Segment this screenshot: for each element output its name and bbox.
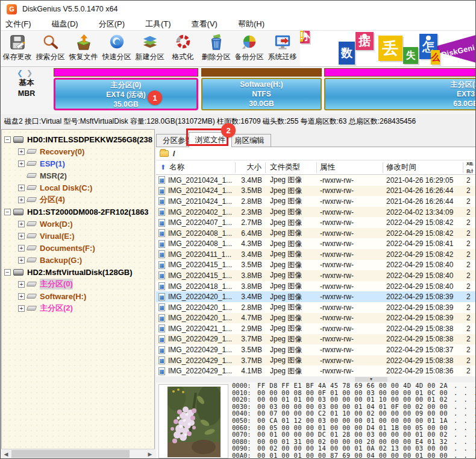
table-row[interactable]: IMG_20210424_1... 3.4MB Jpeg 图像 -rwxrw-r… — [156, 175, 476, 186]
expander-icon[interactable]: + — [18, 257, 25, 264]
table-row[interactable]: IMG_20220407_1... 2.7MB Jpeg 图像 -rwxrw-r… — [156, 217, 476, 228]
table-row[interactable]: IMG_20210424_1... 3.5MB Jpeg 图像 -rwxrw-r… — [156, 186, 476, 197]
column-header-mtime[interactable]: 修改时间 — [383, 162, 463, 173]
table-row[interactable]: IMG_20220408_1... 6.4MB Jpeg 图像 -rwxrw-r… — [156, 228, 476, 239]
menu-item[interactable]: 工具(T) — [139, 19, 177, 30]
tree-horizontal-scrollbar[interactable]: ◀ ▶ — [1, 449, 155, 458]
file-created-time: 2 — [463, 282, 476, 291]
tree-item[interactable]: − HD2:MsftVirtualDisk(128GB) — [2, 266, 154, 278]
tree-item[interactable]: + Virual(E:) — [2, 230, 154, 242]
tree-item[interactable]: + 分区(4) — [2, 194, 154, 206]
partition-block-primary0[interactable]: 主分区(0) EXT4 (活动) 35.0GB — [54, 68, 198, 113]
format-button[interactable]: 格式化 — [166, 31, 199, 66]
table-row[interactable]: IMG_20220420_1... 2.8MB Jpeg 图像 -rwxrw-r… — [156, 302, 476, 313]
partition-block-software-h[interactable]: Software(H:) NTFS 30.0GB — [201, 68, 322, 113]
toolbar-label: 恢复文件 — [69, 52, 98, 62]
table-row[interactable]: IMG_20220429_1... 4.1MB Jpeg 图像 -rwxrw-r… — [156, 366, 476, 376]
expander-icon[interactable]: + — [18, 221, 25, 227]
table-row[interactable]: IMG_20220415_1... 3.8MB Jpeg 图像 -rwxrw-r… — [156, 270, 476, 281]
file-name: IMG_20220415_1... — [168, 271, 232, 280]
menu-item[interactable]: 磁盘(D) — [46, 19, 84, 30]
scrollbar-thumb[interactable] — [11, 450, 130, 458]
column-header-name[interactable]: ⬆名称 — [156, 162, 236, 173]
table-row[interactable]: IMG_20220418_1... 3.8MB Jpeg 图像 -rwxrw-r… — [156, 281, 476, 292]
tree-item[interactable]: MSR(2) — [2, 169, 154, 182]
tree-item[interactable]: + Backup(G:) — [2, 254, 154, 266]
quick-partition-button[interactable]: 快速分区 — [100, 31, 133, 66]
table-row[interactable]: IMG_20220420_1... 3.4MB Jpeg 图像 -rwxrw-r… — [156, 291, 476, 302]
toolbar-label: 保存更改 — [3, 52, 32, 62]
table-row[interactable]: IMG_20220429_1... 3.5MB Jpeg 图像 -rwxrw-r… — [156, 344, 476, 355]
column-header-ctime[interactable]: 创建时间 — [463, 162, 476, 173]
hex-dump[interactable]: 0000: FF D8 FF E1 BF 4A 45 78 69 66 00 0… — [232, 382, 476, 459]
new-partition-button[interactable]: 新建分区 — [133, 31, 166, 66]
expander-icon[interactable]: + — [18, 197, 25, 203]
table-row[interactable]: IMG_20220421_1... 2.9MB Jpeg 图像 -rwxrw-r… — [156, 323, 476, 334]
drive-icon — [27, 149, 37, 154]
file-type: Jpeg 图像 — [266, 175, 317, 185]
tree-item[interactable]: + Work(D:) — [2, 218, 154, 230]
expander-icon[interactable]: + — [18, 148, 25, 155]
menu-item[interactable]: 文件(F) — [1, 19, 37, 30]
table-row[interactable]: IMG_20220402_1... 2.3MB Jpeg 图像 -rwxrw-r… — [156, 207, 476, 218]
recover-files-button[interactable]: 恢复文件 — [67, 31, 100, 66]
search-partition-button[interactable]: 搜索分区 — [34, 31, 67, 66]
column-header-size[interactable]: 大小 — [236, 162, 266, 173]
tree-item[interactable]: + 主分区(0) — [2, 278, 154, 290]
format-icon — [173, 33, 193, 52]
partition-block-primary2[interactable]: 主分区(2) EXT3 63.0GB — [324, 68, 476, 113]
tree-item[interactable]: + 主分区(2) — [2, 302, 154, 314]
menu-item[interactable]: 分区(P) — [93, 19, 131, 30]
tree-item[interactable]: + Documents(F:) — [2, 242, 154, 254]
expander-icon[interactable]: − — [4, 269, 11, 276]
expander-icon[interactable]: + — [18, 233, 25, 239]
save-changes-button[interactable]: 保存更改 — [1, 31, 34, 66]
system-migrate-button[interactable]: 系统迁移 — [266, 31, 299, 66]
table-row[interactable]: IMG_20220408_1... 4.3MB Jpeg 图像 -rwxrw-r… — [156, 238, 476, 249]
expander-icon[interactable]: + — [18, 293, 25, 300]
partition-table-type-label: MBR — [1, 88, 52, 99]
scroll-left-arrow-icon[interactable]: ◀ — [1, 449, 11, 458]
expander-icon[interactable]: + — [18, 185, 25, 191]
table-row[interactable]: IMG_20220429_1... 3.7MB Jpeg 图像 -rwxrw-r… — [156, 355, 476, 366]
window-title: DiskGenius V5.5.0.1470 x64 — [22, 5, 117, 13]
hex-line: 0070: 00 01 00 00 00 DC 01 28 00 03 00 0… — [232, 431, 476, 438]
expander-icon[interactable]: + — [18, 281, 25, 288]
expander-icon[interactable]: + — [18, 160, 25, 167]
tree-item[interactable]: + Software(H:) — [2, 290, 154, 302]
horizontal-splitter[interactable]: ▼ — [156, 376, 476, 382]
tree-item[interactable]: + Local Disk(C:) — [2, 182, 154, 194]
tree-item[interactable]: + Recovery(0) — [2, 145, 154, 157]
expander-icon[interactable]: + — [18, 305, 25, 312]
delete-partition-button[interactable]: 删除分区 — [199, 31, 233, 66]
table-row[interactable]: IMG_20210424_1... 2.8MB Jpeg 图像 -rwxrw-r… — [156, 196, 476, 207]
tree-item[interactable]: + ESP(1) — [2, 157, 154, 169]
tree-item[interactable]: − HD1:ST2000DM008-2FR102(1863 — [2, 206, 154, 218]
table-row[interactable]: IMG_20220429_1... 3.7MB Jpeg 图像 -rwxrw-r… — [156, 334, 476, 345]
expander-icon[interactable]: + — [18, 245, 25, 252]
collapse-panel-button[interactable]: ▼ — [355, 377, 387, 382]
tab-sector-edit[interactable]: 扇区编辑 — [228, 134, 271, 147]
backup-partition-button[interactable]: 备份分区 — [233, 31, 266, 66]
prev-disk-arrow-icon[interactable]: ❮ — [17, 69, 27, 77]
tree-item[interactable]: − HD0:INTELSSDPEKKW256G8(238 — [2, 133, 154, 145]
table-row[interactable]: IMG_20220415_1... 3.5MB Jpeg 图像 -rwxrw-r… — [156, 260, 476, 271]
table-row[interactable]: IMG_20220411_1... 3.4MB Jpeg 图像 -rwxrw-r… — [156, 249, 476, 260]
file-size: 2.7MB — [236, 218, 266, 227]
expander-icon[interactable]: − — [4, 209, 11, 215]
menu-item[interactable]: 查看(V) — [186, 19, 224, 30]
current-path: / — [173, 150, 175, 158]
expander-icon[interactable]: − — [4, 136, 11, 143]
drive-icon — [27, 221, 37, 226]
menu-item[interactable]: 帮助(H) — [232, 19, 271, 30]
scroll-right-arrow-icon[interactable]: ▶ — [145, 449, 155, 458]
file-modified-time: 2022-04-29 15:08:38 — [383, 324, 463, 333]
image-file-icon — [158, 346, 165, 354]
column-header-attr[interactable]: 属性 — [317, 162, 383, 173]
backup-partition-icon — [239, 33, 260, 52]
table-row[interactable]: IMG_20220420_1... 4.7MB Jpeg 图像 -rwxrw-r… — [156, 313, 476, 324]
file-attributes: -rwxrw-rw- — [317, 271, 383, 280]
next-disk-arrow-icon[interactable]: ❯ — [27, 69, 36, 77]
column-header-type[interactable]: 文件类型 — [266, 162, 317, 173]
recover-files-icon — [74, 33, 94, 52]
